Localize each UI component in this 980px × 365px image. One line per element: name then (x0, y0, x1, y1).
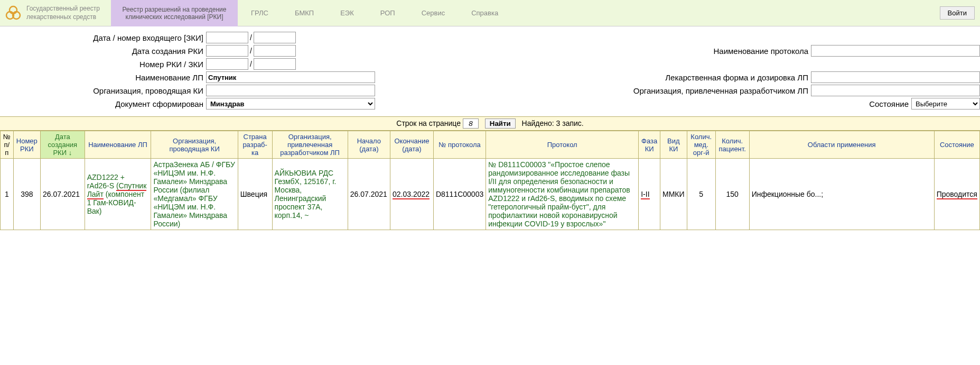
incoming-date-input[interactable] (206, 32, 248, 43)
cell-type: ММКИ (660, 159, 687, 230)
created-date-input[interactable] (206, 45, 248, 57)
col-proto-num[interactable]: № протокола (433, 131, 486, 159)
results-table: № п/п Номер РКИ Дата создания РКИ ↓ Наим… (0, 131, 980, 230)
proto-input[interactable] (811, 45, 980, 57)
site-title: Государственный реестр лекарственных сре… (26, 5, 111, 21)
cell-proto-num: D8111C00003 (433, 159, 486, 230)
label-form: Лекарственная форма и дозировка ЛП (391, 73, 811, 82)
cell-patients: 150 (715, 159, 749, 230)
nav-eek[interactable]: ЕЭК (327, 9, 367, 17)
logo-icon (3, 3, 24, 24)
found-label: Найдено: 3 запис. (522, 119, 584, 127)
zki-num-input[interactable] (254, 58, 296, 70)
cell-country: Швеция (238, 159, 272, 230)
cell-idx: 1 (1, 159, 14, 230)
table-row[interactable]: 1 398 26.07.2021 AZD1222 + rAd26-S (Спут… (1, 159, 980, 230)
label-num: Номер РКИ / ЗКИ (0, 60, 206, 69)
col-created[interactable]: Дата создания РКИ ↓ (40, 131, 85, 159)
state-select[interactable]: Выберите (911, 98, 980, 110)
col-country[interactable]: Страна разраб-ка (238, 131, 272, 159)
col-idx[interactable]: № п/п (1, 131, 14, 159)
lp-name-input[interactable] (206, 71, 375, 83)
created-num-input[interactable] (254, 45, 296, 57)
label-lp: Наименование ЛП (0, 73, 206, 82)
label-incoming: Дата / номер входящего [ЗКИ] (0, 33, 206, 42)
cell-phase: I-II (639, 159, 660, 230)
label-state: Состояние (391, 99, 911, 108)
col-area[interactable]: Области применения (749, 131, 934, 159)
cell-created: 26.07.2021 (40, 159, 85, 230)
label-org: Организация, проводящая КИ (0, 86, 206, 95)
col-phase[interactable]: Фаза КИ (639, 131, 660, 159)
cell-num: 398 (13, 159, 40, 230)
cell-end: 02.03.2022 (390, 159, 434, 230)
cell-start: 26.07.2021 (348, 159, 390, 230)
sort-down-icon: ↓ (69, 149, 72, 157)
nav-grls[interactable]: ГРЛС (238, 9, 282, 17)
results-toolbar: Строк на странице Найти Найдено: 3 запис… (0, 116, 980, 131)
nav-service[interactable]: Сервис (408, 9, 459, 17)
label-doc: Документ сформирован (0, 99, 206, 108)
cell-org: АстраЗенека АБ / ФГБУ «НИЦЭМ им. Н.Ф. Га… (151, 159, 238, 230)
table-header-row: № п/п Номер РКИ Дата создания РКИ ↓ Наим… (1, 131, 980, 159)
col-protocol[interactable]: Протокол (486, 131, 639, 159)
label-devorg: Организация, привлеченная разработчиком … (391, 86, 811, 95)
col-end[interactable]: Окончание (дата) (390, 131, 434, 159)
devorg-input[interactable] (811, 85, 980, 96)
col-start[interactable]: Начало (дата) (348, 131, 390, 159)
label-proto: Наименование протокола (391, 47, 811, 56)
find-button[interactable]: Найти (485, 118, 516, 129)
col-devorg[interactable]: Организация, привлеченная разработчиком … (272, 131, 348, 159)
cell-lp: AZD1222 + rAd26-S (Спутник Лайт (компоне… (85, 159, 151, 230)
nav-help[interactable]: Справка (458, 9, 511, 17)
login-button[interactable]: Войти (940, 6, 975, 20)
col-orgs-count[interactable]: Колич. мед. орг-й (687, 131, 715, 159)
rki-num-input[interactable] (206, 58, 248, 70)
col-org[interactable]: Организация, проводящая КИ (151, 131, 238, 159)
form-input[interactable] (811, 71, 980, 83)
cell-orgs-count: 5 (687, 159, 715, 230)
col-state[interactable]: Состояние (934, 131, 979, 159)
top-bar: Государственный реестр лекарственных сре… (0, 0, 980, 26)
cell-protocol: № D8111C00003 "«Простое слепое рандомизи… (486, 159, 639, 230)
col-lp[interactable]: Наименование ЛП (85, 131, 151, 159)
col-type[interactable]: Вид КИ (660, 131, 687, 159)
incoming-num-input[interactable] (254, 32, 296, 43)
rows-per-page-input[interactable] (463, 118, 479, 129)
col-num[interactable]: Номер РКИ (13, 131, 40, 159)
nav-bmkp[interactable]: БМКП (282, 9, 327, 17)
filter-panel: Дата / номер входящего [ЗКИ] / Дата созд… (0, 26, 980, 116)
rows-label: Строк на странице (396, 119, 461, 127)
cell-devorg: АЙКЬЮВИА РДС ГезмбХ, 125167, г. Москва, … (272, 159, 348, 230)
tab-active-rki[interactable]: Реестр разрешений на проведение клиничес… (111, 0, 238, 26)
nav-rop[interactable]: РОП (367, 9, 408, 17)
col-patients[interactable]: Колич. пациент. (715, 131, 749, 159)
org-input[interactable] (206, 85, 375, 96)
label-created: Дата создания РКИ (0, 47, 206, 56)
cell-state: Проводится (934, 159, 979, 230)
cell-area: Инфекционные бо...; (749, 159, 934, 230)
doc-select[interactable]: Минздрав (206, 98, 375, 110)
